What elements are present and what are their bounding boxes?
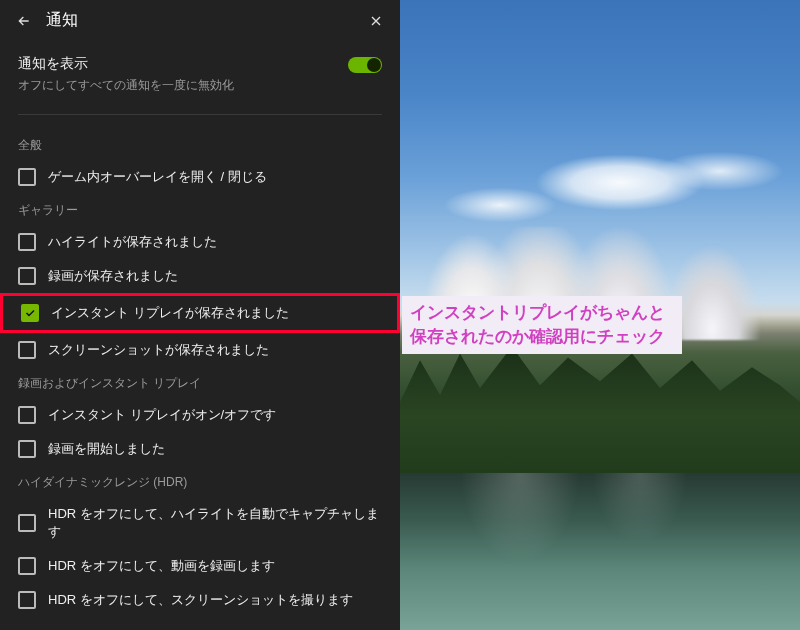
checkbox-label: 録画を開始しました [48, 440, 165, 458]
checkbox-icon[interactable] [18, 514, 36, 532]
checkbox-icon[interactable] [18, 168, 36, 186]
checkbox-row[interactable]: 録画が保存されました [0, 259, 400, 293]
section-header: ハイダイナミックレンジ (HDR) [0, 466, 400, 497]
checkbox-row[interactable]: スクリーンショットが保存されました [0, 333, 400, 367]
checkbox-label: インスタント リプレイが保存されました [51, 304, 289, 322]
panel-header: 通知 [0, 0, 400, 41]
show-notifications-row: 通知を表示 オフにしてすべての通知を一度に無効化 [0, 41, 400, 100]
checkbox-label: HDR をオフにして、スクリーンショットを撮ります [48, 591, 353, 609]
checkbox-label: ハイライトが保存されました [48, 233, 217, 251]
checkbox-icon[interactable] [18, 406, 36, 424]
checkbox-row[interactable]: HDR をオフにして、スクリーンショットを撮ります [0, 583, 400, 617]
checkbox-icon[interactable] [18, 557, 36, 575]
checkbox-row[interactable]: インスタント リプレイがオン/オフです [0, 398, 400, 432]
checkbox-label: ゲーム内オーバーレイを開く / 閉じる [48, 168, 267, 186]
back-icon[interactable] [14, 11, 34, 31]
notifications-panel: 通知 通知を表示 オフにしてすべての通知を一度に無効化 全般ゲーム内オーバーレイ… [0, 0, 400, 630]
checkbox-row[interactable]: 録画を開始しました [0, 432, 400, 466]
close-icon[interactable] [366, 11, 386, 31]
show-notifications-toggle[interactable] [348, 57, 382, 73]
checkbox-row[interactable]: ハイライトが保存されました [0, 225, 400, 259]
checkbox-icon[interactable] [18, 341, 36, 359]
divider [18, 114, 382, 115]
checkbox-icon[interactable] [18, 591, 36, 609]
section-header: ギャラリー [0, 194, 400, 225]
toggle-title: 通知を表示 [18, 55, 234, 73]
checkbox-label: 録画が保存されました [48, 267, 178, 285]
section-header: 録画およびインスタント リプレイ [0, 367, 400, 398]
checkbox-row[interactable]: HDR をオフにして、動画を録画します [0, 549, 400, 583]
section-header: 全般 [0, 129, 400, 160]
checkbox-row[interactable]: HDR をオフにして、ハイライトを自動でキャプチャします [0, 497, 400, 549]
checkbox-icon[interactable] [18, 233, 36, 251]
checkbox-label: スクリーンショットが保存されました [48, 341, 269, 359]
page-title: 通知 [46, 10, 78, 31]
checkbox-label: インスタント リプレイがオン/オフです [48, 406, 276, 424]
toggle-desc: オフにしてすべての通知を一度に無効化 [18, 77, 234, 94]
checkbox-icon[interactable] [18, 440, 36, 458]
checkbox-icon[interactable] [18, 267, 36, 285]
header-left: 通知 [14, 10, 78, 31]
checkbox-label: HDR をオフにして、ハイライトを自動でキャプチャします [48, 505, 382, 541]
toggle-text: 通知を表示 オフにしてすべての通知を一度に無効化 [18, 55, 234, 94]
annotation-callout: インスタントリプレイがちゃんと保存されたのか確認用にチェック [402, 296, 682, 354]
checkbox-label: HDR をオフにして、動画を録画します [48, 557, 275, 575]
checkbox-row[interactable]: ゲーム内オーバーレイを開く / 閉じる [0, 160, 400, 194]
checkbox-checked-icon[interactable] [21, 304, 39, 322]
checkbox-row[interactable]: インスタント リプレイが保存されました [0, 293, 400, 333]
